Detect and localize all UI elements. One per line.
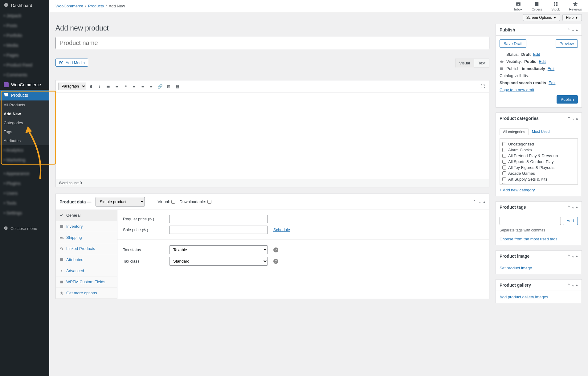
virtual-checkbox-label[interactable]: Virtual:: [153, 199, 175, 204]
sidebar-item-dashboard[interactable]: Dashboard: [0, 0, 49, 11]
product-type-select[interactable]: Simple product: [96, 197, 145, 206]
panel-up-icon[interactable]: ⌃: [473, 199, 476, 204]
submenu-attributes[interactable]: Attributes: [0, 136, 49, 145]
panel-down-icon[interactable]: ⌄: [572, 28, 575, 32]
submenu-add-new[interactable]: Add New: [0, 109, 49, 118]
sidebar-item-blurred[interactable]: • Marketing: [0, 155, 49, 165]
cat-tab-most[interactable]: Most Used: [529, 128, 553, 135]
schedule-link[interactable]: Schedule: [273, 227, 290, 232]
panel-up-icon[interactable]: ⌃: [567, 205, 570, 209]
pd-tab-advanced[interactable]: Advanced: [56, 265, 117, 276]
set-product-image-link[interactable]: Set product image: [500, 266, 532, 270]
breadcrumb-woocommerce[interactable]: WooCommerce: [55, 4, 83, 8]
panel-toggle-icon[interactable]: ▴: [576, 116, 578, 121]
choose-tags-link[interactable]: Choose from the most used tags: [500, 237, 557, 241]
sidebar-item-blurred[interactable]: • Appearance: [0, 169, 49, 178]
editor-content-area[interactable]: [56, 92, 489, 179]
panel-toggle-icon[interactable]: ▴: [576, 283, 578, 287]
sidebar-item-woocommerce[interactable]: WooCommerce: [0, 80, 49, 90]
pd-tab-inventory[interactable]: Inventory: [56, 221, 117, 232]
cat-tab-all[interactable]: All categories: [500, 128, 529, 135]
preview-button[interactable]: Preview: [556, 39, 578, 48]
category-list[interactable]: Uncategorized Alarm Clocks All Pretend P…: [500, 138, 578, 185]
sidebar-item-blurred[interactable]: • Plugins: [0, 178, 49, 188]
tax-class-select[interactable]: Standard: [169, 257, 268, 266]
panel-down-icon[interactable]: ⌄: [572, 254, 575, 258]
category-item[interactable]: Alarm Clocks: [502, 147, 575, 153]
add-gallery-images-link[interactable]: Add product gallery images: [500, 295, 548, 299]
copy-draft-link[interactable]: Copy to a new draft: [500, 88, 534, 92]
category-item[interactable]: Arts & Crafts: [502, 182, 575, 185]
pd-tab-wpfm[interactable]: WPFM Custom Fields: [56, 276, 117, 288]
edit-date-link[interactable]: Edit: [548, 66, 554, 71]
add-media-button[interactable]: Add Media: [55, 59, 88, 67]
submenu-categories[interactable]: Categories: [0, 118, 49, 127]
category-item[interactable]: Uncategorized: [502, 141, 575, 147]
readmore-button[interactable]: ⊟: [165, 82, 173, 90]
panel-up-icon[interactable]: ⌃: [567, 283, 570, 287]
downloadable-checkbox[interactable]: [207, 200, 211, 204]
align-right-button[interactable]: ≡: [147, 82, 155, 90]
regular-price-input[interactable]: [169, 215, 268, 223]
pd-tab-attributes[interactable]: Attributes: [56, 254, 117, 265]
sidebar-item-blurred[interactable]: • Settings: [0, 208, 49, 218]
panel-toggle-icon[interactable]: ▴: [576, 254, 578, 258]
product-name-input[interactable]: [55, 37, 489, 49]
italic-button[interactable]: I: [96, 82, 104, 90]
submenu-all-products[interactable]: All Products: [0, 100, 49, 109]
add-category-link[interactable]: + Add new category: [500, 188, 535, 192]
sidebar-item-blurred[interactable]: • Pages: [0, 50, 49, 60]
panel-toggle-icon[interactable]: ▴: [483, 199, 485, 204]
number-list-button[interactable]: ≡: [113, 82, 121, 90]
link-button[interactable]: 🔗: [156, 82, 164, 90]
align-left-button[interactable]: ≡: [130, 82, 138, 90]
editor-tab-visual[interactable]: Visual: [455, 59, 474, 67]
toolbar-toggle-button[interactable]: ▦: [173, 82, 181, 90]
bullet-list-button[interactable]: ☰: [104, 82, 112, 90]
help-icon[interactable]: ?: [273, 259, 278, 264]
publish-button[interactable]: Publish: [557, 95, 578, 104]
topbar-orders[interactable]: Orders: [532, 1, 542, 11]
align-center-button[interactable]: ≡: [139, 82, 147, 90]
category-item[interactable]: All Sports & Outdoor Play: [502, 159, 575, 165]
screen-options-button[interactable]: Screen Options ▼: [523, 14, 560, 21]
panel-down-icon[interactable]: ⌄: [572, 283, 575, 287]
downloadable-checkbox-label[interactable]: Downloadable:: [180, 199, 211, 204]
collapse-menu[interactable]: Collapse menu: [0, 223, 49, 234]
panel-up-icon[interactable]: ⌃: [567, 254, 570, 258]
tax-status-select[interactable]: Taxable: [169, 245, 268, 254]
pd-tab-general[interactable]: General: [56, 210, 117, 221]
submenu-tags[interactable]: Tags: [0, 127, 49, 136]
panel-down-icon[interactable]: ⌄: [478, 199, 481, 204]
category-item[interactable]: Arcade Games: [502, 170, 575, 176]
sidebar-item-blurred[interactable]: • Analytics: [0, 145, 49, 155]
fullscreen-button[interactable]: ⛶: [479, 82, 487, 90]
bold-button[interactable]: B: [87, 82, 95, 90]
sidebar-item-blurred[interactable]: • Media: [0, 40, 49, 50]
tags-input[interactable]: [500, 217, 561, 225]
format-select[interactable]: Paragraph: [58, 83, 86, 90]
topbar-reviews[interactable]: Reviews: [569, 1, 582, 11]
panel-down-icon[interactable]: ⌄: [572, 116, 575, 121]
topbar-stock[interactable]: Stock: [551, 1, 560, 11]
sidebar-item-blurred[interactable]: • Posts: [0, 21, 49, 31]
add-tag-button[interactable]: Add: [563, 217, 578, 225]
category-item[interactable]: Art Supply Sets & Kits: [502, 176, 575, 182]
panel-toggle-icon[interactable]: ▴: [576, 205, 578, 209]
pd-tab-shipping[interactable]: Shipping: [56, 232, 117, 243]
category-item[interactable]: All Pretend Play & Dress-up: [502, 153, 575, 159]
sidebar-item-blurred[interactable]: • Tools: [0, 198, 49, 208]
panel-up-icon[interactable]: ⌃: [567, 116, 570, 121]
virtual-checkbox[interactable]: [171, 200, 175, 204]
edit-visibility-link[interactable]: Edit: [539, 59, 545, 64]
quote-button[interactable]: ❝: [121, 82, 129, 90]
category-item[interactable]: All Toy Figures & Playsets: [502, 165, 575, 170]
pd-tab-linked[interactable]: Linked Products: [56, 243, 117, 254]
sale-price-input[interactable]: [169, 226, 268, 234]
sidebar-item-products[interactable]: Products: [0, 90, 49, 100]
sidebar-item-blurred[interactable]: • Jetpack: [0, 11, 49, 21]
topbar-inbox[interactable]: Inbox: [514, 1, 522, 11]
panel-down-icon[interactable]: ⌄: [572, 205, 575, 209]
panel-toggle-icon[interactable]: ▴: [576, 28, 578, 32]
panel-up-icon[interactable]: ⌃: [567, 28, 570, 32]
